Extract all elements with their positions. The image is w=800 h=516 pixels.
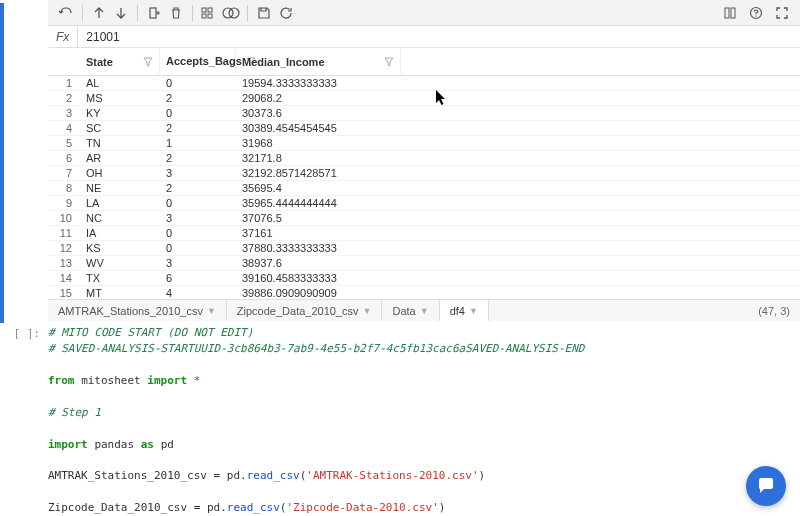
tab-zipcode[interactable]: Zipcode_Data_2010_csv▼ [227, 300, 383, 321]
cell-state[interactable]: AL [80, 77, 160, 89]
cell-income[interactable]: 31968 [236, 137, 401, 149]
chat-button[interactable] [746, 466, 786, 506]
cell-bags[interactable]: 0 [160, 242, 236, 254]
cell-income[interactable]: 30373.6 [236, 107, 401, 119]
cell-income[interactable]: 19594.3333333333 [236, 77, 401, 89]
shape-info: (47, 3) [748, 305, 800, 317]
cell-income[interactable]: 37161 [236, 227, 401, 239]
table-row[interactable]: 10NC337076.5 [48, 211, 800, 226]
filter-icon[interactable] [143, 57, 153, 67]
table-row[interactable]: 8NE235695.4 [48, 181, 800, 196]
cell-state[interactable]: AR [80, 152, 160, 164]
fx-value[interactable]: 21001 [78, 30, 800, 44]
cell-income[interactable]: 29068.2 [236, 92, 401, 104]
table-row[interactable]: 12KS037880.3333333333 [48, 241, 800, 256]
cell-income[interactable]: 39160.4583333333 [236, 272, 401, 284]
cell-state[interactable]: MT [80, 287, 160, 299]
cell-bags[interactable]: 2 [160, 182, 236, 194]
svg-point-6 [229, 8, 239, 18]
chevron-down-icon[interactable]: ▼ [469, 306, 478, 316]
chevron-down-icon[interactable]: ▼ [363, 306, 372, 316]
fullscreen-icon[interactable] [772, 3, 792, 23]
cell-bags[interactable]: 4 [160, 287, 236, 299]
cell-state[interactable]: TN [80, 137, 160, 149]
code-cell[interactable]: [ ]: # MITO CODE START (DO NOT EDIT) # S… [0, 325, 800, 516]
cell-bags[interactable]: 2 [160, 122, 236, 134]
table-row[interactable]: 15MT439886.0909090909 [48, 286, 800, 299]
header-row: State Accepts_Bags Median_Income [48, 48, 800, 76]
mito-toolbar [48, 0, 800, 26]
svg-rect-3 [208, 8, 212, 12]
docs-icon[interactable] [720, 3, 740, 23]
cell-income[interactable]: 37880.3333333333 [236, 242, 401, 254]
cell-state[interactable]: WV [80, 257, 160, 269]
cell-bags[interactable]: 0 [160, 197, 236, 209]
cell-bags[interactable]: 2 [160, 92, 236, 104]
cell-income[interactable]: 37076.5 [236, 212, 401, 224]
arrow-down-icon[interactable] [111, 3, 131, 23]
undo-icon[interactable] [56, 3, 76, 23]
chevron-down-icon[interactable]: ▼ [420, 306, 429, 316]
pivot-icon[interactable] [199, 3, 219, 23]
cell-state[interactable]: SC [80, 122, 160, 134]
refresh-icon[interactable] [276, 3, 296, 23]
cell-income[interactable]: 35965.4444444444 [236, 197, 401, 209]
save-icon[interactable] [254, 3, 274, 23]
table-row[interactable]: 3KY030373.6 [48, 106, 800, 121]
table-row[interactable]: 14TX639160.4583333333 [48, 271, 800, 286]
cell-bags[interactable]: 6 [160, 272, 236, 284]
svg-point-5 [223, 8, 233, 18]
table-row[interactable]: 9LA035965.4444444444 [48, 196, 800, 211]
add-column-icon[interactable] [144, 3, 164, 23]
table-row[interactable]: 13WV338937.6 [48, 256, 800, 271]
table-row[interactable]: 11IA037161 [48, 226, 800, 241]
table-row[interactable]: 1AL019594.3333333333 [48, 76, 800, 91]
cell-bags[interactable]: 2 [160, 152, 236, 164]
cell-income[interactable]: 39886.0909090909 [236, 287, 401, 299]
tab-data[interactable]: Data▼ [382, 300, 439, 321]
tab-amtrak[interactable]: AMTRAK_Stations_2010_csv▼ [48, 300, 227, 321]
cell-state[interactable]: KS [80, 242, 160, 254]
table-row[interactable]: 2MS229068.2 [48, 91, 800, 106]
col-header-bags[interactable]: Accepts_Bags [160, 48, 236, 75]
cell-state[interactable]: LA [80, 197, 160, 209]
cell-state[interactable]: MS [80, 92, 160, 104]
cell-state[interactable]: TX [80, 272, 160, 284]
cell-bags[interactable]: 3 [160, 257, 236, 269]
table-row[interactable]: 4SC230389.4545454545 [48, 121, 800, 136]
cell-bags[interactable]: 0 [160, 77, 236, 89]
cell-income[interactable]: 38937.6 [236, 257, 401, 269]
cell-bags[interactable]: 0 [160, 227, 236, 239]
arrow-up-icon[interactable] [89, 3, 109, 23]
merge-icon[interactable] [221, 3, 241, 23]
chevron-down-icon[interactable]: ▼ [207, 306, 216, 316]
cell-income[interactable]: 32192.8571428571 [236, 167, 401, 179]
cell-bags[interactable]: 1 [160, 137, 236, 149]
table-row[interactable]: 7OH332192.8571428571 [48, 166, 800, 181]
cell-state[interactable]: NE [80, 182, 160, 194]
row-number: 13 [48, 257, 80, 269]
row-number: 10 [48, 212, 80, 224]
cell-bags[interactable]: 3 [160, 167, 236, 179]
cell-income[interactable]: 30389.4545454545 [236, 122, 401, 134]
help-icon[interactable] [746, 3, 766, 23]
cell-bags[interactable]: 0 [160, 107, 236, 119]
cell-state[interactable]: OH [80, 167, 160, 179]
col-header-income[interactable]: Median_Income [236, 48, 401, 75]
col-header-state[interactable]: State [80, 48, 160, 75]
data-grid[interactable]: State Accepts_Bags Median_Income 1AL0195… [48, 48, 800, 299]
cell-bags[interactable]: 3 [160, 212, 236, 224]
cell-state[interactable]: IA [80, 227, 160, 239]
fx-label: Fx [48, 26, 78, 47]
cell-state[interactable]: KY [80, 107, 160, 119]
cell-income[interactable]: 35695.4 [236, 182, 401, 194]
tab-df4[interactable]: df4▼ [440, 300, 489, 321]
filter-icon[interactable] [384, 57, 394, 67]
table-row[interactable]: 5TN131968 [48, 136, 800, 151]
row-number: 6 [48, 152, 80, 164]
delete-icon[interactable] [166, 3, 186, 23]
code-body[interactable]: # MITO CODE START (DO NOT EDIT) # SAVED-… [48, 325, 800, 516]
cell-income[interactable]: 32171.8 [236, 152, 401, 164]
table-row[interactable]: 6AR232171.8 [48, 151, 800, 166]
cell-state[interactable]: NC [80, 212, 160, 224]
